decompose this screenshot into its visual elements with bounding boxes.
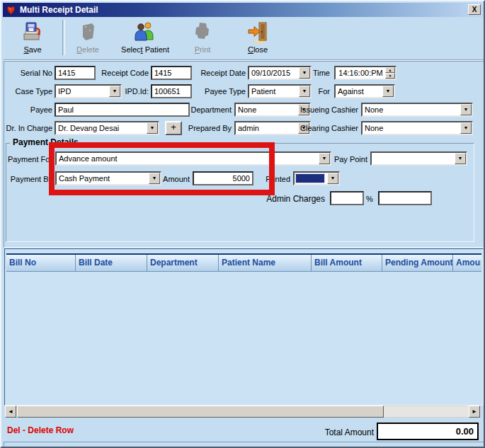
payment-by-label: Payment By [1, 173, 52, 185]
scrollbar-thumb[interactable] [17, 406, 384, 418]
bills-grid-header: Bill No Bill Date Department Patient Nam… [6, 253, 481, 272]
dropdown-arrow-icon[interactable]: ▼ [319, 153, 330, 164]
for-select[interactable]: Against ▼ [334, 84, 395, 98]
bills-grid-body[interactable] [6, 272, 481, 403]
close-window-button[interactable]: X [468, 4, 481, 15]
department-value: None [238, 104, 297, 115]
prepared-by-value: admin [238, 122, 297, 134]
payment-for-label: Payment For [1, 154, 52, 165]
spin-up-icon[interactable]: ▲ [385, 67, 395, 73]
time-value: 14:16:00:PM [337, 67, 384, 79]
dr-in-charge-value: Dr. Devang Desai [58, 122, 146, 134]
delete-button-label: Delete [76, 45, 99, 54]
for-value: Against [338, 86, 382, 97]
case-type-label: Case Type [1, 86, 52, 97]
dr-in-charge-select[interactable]: Dr. Devang Desai ▼ [55, 121, 159, 135]
dropdown-arrow-icon[interactable]: ▼ [382, 86, 394, 97]
scroll-right-icon[interactable]: ► [469, 406, 480, 418]
ipd-id-label: IPD.Id: [119, 86, 149, 97]
issueing-cashier-label: Issueing Cashier [297, 104, 358, 115]
printed-selection-highlight [296, 174, 324, 183]
select-patient-button[interactable]: Select Patient [112, 19, 178, 57]
payee-input[interactable]: Paul [55, 103, 190, 117]
pay-point-select[interactable]: ▼ [370, 151, 467, 166]
save-icon [21, 21, 44, 43]
receipt-code-label: Receipt Code [92, 67, 149, 79]
clearing-cashier-select[interactable]: None ▼ [361, 121, 473, 135]
column-header-department[interactable]: Department [147, 255, 219, 271]
column-header-bill-no[interactable]: Bill No [6, 255, 76, 271]
close-door-icon [246, 21, 269, 43]
prepared-by-label: Prepared By [184, 122, 232, 134]
close-button[interactable]: Close [235, 19, 280, 57]
select-patient-icon [134, 21, 156, 43]
dropdown-arrow-icon[interactable]: ▼ [327, 173, 338, 184]
admin-charges-percent-input[interactable] [378, 191, 432, 205]
payee-type-value: Patient [251, 86, 298, 97]
printed-select[interactable]: ▼ [293, 171, 340, 185]
dr-in-charge-label: Dr. In Charge [1, 122, 52, 134]
total-amount-value: 0.00 [377, 423, 479, 440]
issueing-cashier-value: None [365, 104, 460, 115]
dropdown-arrow-icon[interactable]: ▼ [460, 122, 472, 134]
clearing-cashier-value: None [365, 122, 460, 134]
clearing-cashier-label: Clearing Cashier [297, 122, 358, 134]
print-button-label: Print [195, 45, 211, 54]
horizontal-scrollbar[interactable]: ◄ ► [5, 406, 481, 418]
delete-row-hint: Del - Delete Row [7, 425, 74, 435]
delete-button: Delete [65, 19, 110, 57]
column-header-amount[interactable]: Amount [453, 255, 481, 271]
serial-no-label: Serial No [1, 67, 52, 79]
multi-receipt-detail-dialog: Multi Receipt Detail X Save Delete Selec… [0, 0, 485, 448]
receipt-date-select[interactable]: 09/10/2015 ▼ [248, 66, 312, 80]
scrollbar-track[interactable] [384, 406, 469, 417]
column-header-bill-date[interactable]: Bill Date [76, 255, 147, 271]
column-header-bill-amount[interactable]: Bill Amount [312, 255, 382, 271]
payee-label: Payee [1, 104, 52, 115]
case-type-value: IPD [58, 86, 108, 97]
save-button[interactable]: Save [10, 19, 55, 57]
department-label: Department [186, 104, 232, 115]
admin-charges-input[interactable] [330, 191, 364, 205]
select-patient-button-label: Select Patient [121, 45, 169, 54]
print-button: Print [180, 19, 225, 57]
issueing-cashier-select[interactable]: None ▼ [361, 103, 473, 117]
column-header-patient-name[interactable]: Patient Name [219, 255, 312, 271]
app-icon [6, 5, 16, 16]
title-bar: Multi Receipt Detail X [3, 3, 484, 17]
print-icon [191, 21, 214, 43]
receipt-code-input[interactable]: 1415 [151, 66, 192, 80]
close-button-label: Close [248, 45, 268, 54]
time-spinner[interactable]: 14:16:00:PM ▲▼ [334, 66, 396, 80]
case-type-select[interactable]: IPD ▼ [55, 84, 122, 98]
serial-no-input[interactable]: 1415 [55, 66, 96, 80]
percent-label: % [366, 193, 376, 205]
scroll-left-icon[interactable]: ◄ [5, 406, 16, 418]
time-spin-buttons: ▲▼ [385, 67, 395, 79]
delete-icon [76, 21, 99, 43]
total-amount-label: Total Amount [299, 427, 374, 437]
for-label: For [309, 86, 330, 97]
column-header-pending-amount[interactable]: Pending Amount [382, 255, 453, 271]
dropdown-arrow-icon[interactable]: ▼ [147, 122, 158, 134]
spin-down-icon[interactable]: ▼ [385, 73, 395, 79]
receipt-date-value: 09/10/2015 [251, 67, 298, 79]
pay-point-label: Pay Point [330, 154, 367, 165]
receipt-date-label: Receipt Date [191, 67, 246, 79]
bills-grid: Bill No Bill Date Department Patient Nam… [4, 248, 484, 406]
add-doctor-button[interactable]: + [165, 121, 182, 135]
annotation-highlight-rectangle [49, 142, 275, 195]
save-button-label: Save [23, 45, 41, 54]
dropdown-arrow-icon[interactable]: ▼ [460, 104, 472, 115]
window-title: Multi Receipt Detail [20, 5, 98, 15]
payee-type-label: Payee Type [197, 86, 246, 97]
payee-type-select[interactable]: Patient ▼ [248, 84, 312, 98]
ipd-id-input[interactable]: 100651 [151, 84, 192, 98]
dropdown-arrow-icon[interactable]: ▼ [455, 153, 466, 164]
status-bar [4, 442, 484, 447]
time-label: Time [309, 67, 330, 79]
